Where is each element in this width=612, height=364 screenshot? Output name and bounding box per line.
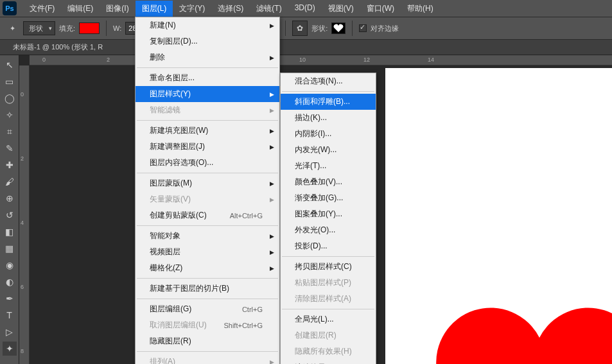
layer-menu-dropdown: 新建(N)复制图层(D)...删除重命名图层...图层样式(Y)智能滤镜新建填充…	[135, 17, 280, 364]
menu-item-1[interactable]: 编辑(E)	[61, 1, 100, 17]
fill-label: 填充:	[59, 24, 75, 33]
menu-item-7[interactable]: 3D(D)	[288, 1, 322, 17]
menu-entry[interactable]: 复制图层(D)...	[136, 33, 279, 49]
menu-item-0[interactable]: 文件(F)	[23, 1, 61, 17]
menu-entry: 智能滤镜	[136, 102, 279, 118]
menu-entry[interactable]: 视频图层	[136, 244, 279, 260]
app-logo: Ps	[3, 1, 17, 15]
blur-tool-icon[interactable]: ◉	[3, 258, 17, 272]
menu-item-3[interactable]: 图层(L)	[136, 1, 173, 17]
menu-entry[interactable]: 颜色叠加(V)...	[281, 174, 376, 190]
dodge-tool-icon[interactable]: ◐	[3, 275, 17, 289]
menu-entry[interactable]: 新建基于图层的切片(B)	[136, 281, 279, 297]
menu-entry[interactable]: 缩放效果(F)...	[281, 360, 376, 364]
menu-item-5[interactable]: 选择(S)	[211, 1, 250, 17]
shape-preview-heart-icon[interactable]	[331, 22, 345, 34]
menu-item-9[interactable]: 窗口(W)	[360, 1, 401, 17]
healing-tool-icon[interactable]: ✚	[3, 158, 17, 172]
menu-entry[interactable]: 新建(N)	[136, 17, 279, 33]
menu-entry[interactable]: 拷贝图层样式(C)	[281, 259, 376, 275]
menu-entry: 排列(A)	[136, 354, 279, 364]
menu-entry[interactable]: 创建剪贴蒙版(C)Alt+Ctrl+G	[136, 207, 279, 223]
eyedropper-tool-icon[interactable]: ✎	[3, 141, 17, 155]
fill-swatch[interactable]	[79, 22, 100, 34]
ruler-horizontal: 0248101214	[30, 55, 612, 65]
menu-entry: 清除图层样式(A)	[281, 291, 376, 307]
options-bar: ✦ 形状 填充: W: ⇔ H: ▭ ≡ ⇵ ✿ 形状: 对齐边缘	[0, 17, 612, 40]
gear-icon[interactable]: ✿	[292, 21, 308, 36]
w-label: W:	[113, 24, 121, 32]
menu-entry[interactable]: 删除	[136, 49, 279, 65]
history-brush-tool-icon[interactable]: ↺	[3, 208, 17, 222]
menu-entry[interactable]: 图层编组(G)Ctrl+G	[136, 301, 279, 317]
menu-entry[interactable]: 新建调整图层(J)	[136, 139, 279, 155]
menu-entry[interactable]: 图层内容选项(O)...	[136, 155, 279, 171]
gradient-tool-icon[interactable]: ▦	[3, 241, 17, 256]
menu-item-2[interactable]: 图像(I)	[100, 1, 135, 17]
menu-entry[interactable]: 光泽(T)...	[281, 158, 376, 174]
tool-mode-select[interactable]: 形状	[23, 21, 55, 35]
lasso-tool-icon[interactable]: ◯	[3, 91, 17, 105]
menu-entry: 粘贴图层样式(P)	[281, 275, 376, 291]
menu-item-10[interactable]: 帮助(H)	[401, 1, 440, 17]
custom-shape-tool-icon[interactable]: ✦	[3, 342, 17, 356]
move-tool-icon[interactable]: ↖	[3, 58, 17, 72]
heart-shape-object[interactable]	[430, 299, 612, 364]
menu-entry[interactable]: 图层样式(Y)	[136, 86, 279, 102]
magic-wand-tool-icon[interactable]: ✧	[3, 108, 17, 122]
menu-item-8[interactable]: 视图(V)	[322, 1, 360, 17]
align-edges-checkbox[interactable]	[359, 24, 367, 32]
brush-tool-icon[interactable]: 🖌	[3, 175, 17, 189]
crop-tool-icon[interactable]: ⌗	[3, 125, 17, 139]
menu-entry[interactable]: 外发光(O)...	[281, 222, 376, 238]
menu-entry[interactable]: 描边(K)...	[281, 110, 376, 126]
menu-item-6[interactable]: 滤镜(T)	[250, 1, 288, 17]
menu-bar: Ps 文件(F)编辑(E)图像(I)图层(L)文字(Y)选择(S)滤镜(T)3D…	[0, 0, 612, 17]
menu-entry[interactable]: 图层蒙版(M)	[136, 175, 279, 191]
menu-entry[interactable]: 斜面和浮雕(B)...	[281, 94, 376, 110]
path-select-tool-icon[interactable]: ▷	[3, 325, 17, 339]
align-edges-label: 对齐边缘	[371, 24, 399, 33]
stamp-tool-icon[interactable]: ⊕	[3, 191, 17, 205]
menu-entry[interactable]: 内阴影(I)...	[281, 126, 376, 142]
menu-entry[interactable]: 隐藏图层(R)	[136, 333, 279, 349]
menu-entry: 隐藏所有效果(H)	[281, 343, 376, 360]
shape-picker-label: 形状:	[311, 24, 328, 33]
toolbox: ↖ ▭ ◯ ✧ ⌗ ✎ ✚ 🖌 ⊕ ↺ ◧ ▦ ◉ ◐ ✒ T ▷ ✦	[0, 55, 19, 364]
pen-tool-icon[interactable]: ✒	[3, 291, 17, 306]
type-tool-icon[interactable]: T	[3, 308, 17, 322]
document-tab[interactable]: 未标题-1 @ 100% (形状 1, R	[0, 40, 612, 55]
eraser-tool-icon[interactable]: ◧	[3, 225, 17, 239]
menu-item-4[interactable]: 文字(Y)	[173, 1, 211, 17]
menu-entry[interactable]: 重命名图层...	[136, 70, 279, 86]
menu-entry[interactable]: 混合选项(N)...	[281, 73, 376, 89]
menu-entry[interactable]: 全局光(L)...	[281, 311, 376, 327]
menu-entry[interactable]: 渐变叠加(G)...	[281, 190, 376, 206]
menu-entry[interactable]: 栅格化(Z)	[136, 260, 279, 276]
custom-shape-tool-icon: ✦	[5, 21, 19, 35]
menu-entry: 取消图层编组(U)Shift+Ctrl+G	[136, 317, 279, 333]
layer-style-submenu: 混合选项(N)...斜面和浮雕(B)...描边(K)...内阴影(I)...内发…	[280, 73, 376, 364]
menu-entry[interactable]: 投影(D)...	[281, 238, 376, 254]
marquee-tool-icon[interactable]: ▭	[3, 74, 17, 89]
menu-entry: 创建图层(R)	[281, 327, 376, 343]
menu-entry[interactable]: 内发光(W)...	[281, 142, 376, 158]
ruler-vertical: 02468	[19, 65, 30, 364]
menu-entry: 矢量蒙版(V)	[136, 191, 279, 207]
menu-entry[interactable]: 智能对象	[136, 228, 279, 244]
menu-entry[interactable]: 新建填充图层(W)	[136, 123, 279, 139]
menu-entry[interactable]: 图案叠加(Y)...	[281, 206, 376, 222]
artboard	[385, 68, 612, 364]
